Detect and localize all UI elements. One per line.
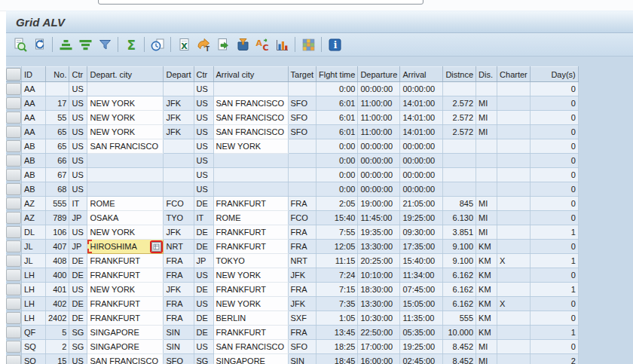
grid-cell-departure[interactable]: 11:45:00 [358,211,400,225]
grid-cell-target[interactable] [288,168,316,182]
grid-cell-arr_city[interactable]: SINGAPORE [213,354,288,364]
grid-cell-dep_city[interactable]: ROME [87,197,164,211]
column-header-distnce[interactable]: Distnce [443,67,476,82]
grid-cell-arr_city[interactable]: SAN FRANCISCO [213,96,288,111]
grid-cell-departure[interactable]: 00:00:00 [358,182,400,197]
grid-cell-ctr2[interactable]: SG [194,354,213,364]
grid-cell-dis[interactable]: MI [476,197,497,211]
grid-cell-flght_time[interactable]: 13:45 [316,326,358,340]
sort-ascending-button[interactable] [56,35,75,54]
grid-cell-days[interactable]: 0 [530,125,578,139]
grid-cell-ctr2[interactable]: US [194,168,213,182]
row-selector[interactable] [6,354,22,364]
grid-cell-depart[interactable] [164,82,194,96]
grid-cell-flght_time[interactable]: 18:25 [316,340,358,354]
grid-cell-arr_city[interactable]: FRANKFURT [213,326,288,340]
grid-cell-flght_time[interactable]: 0:00 [316,182,358,197]
grid-cell-depart[interactable]: JFK [164,283,194,297]
grid-cell-distnce[interactable] [443,168,476,182]
refresh-button[interactable] [29,35,49,54]
grid-cell-arrival[interactable]: 02:45:00 [400,354,443,364]
grid-cell-charter[interactable] [497,182,531,197]
grid-cell-no[interactable]: 407 [46,240,69,254]
grid-cell-days[interactable]: 1 [530,254,578,268]
grid-cell-dis[interactable]: MI [476,225,497,240]
grid-cell-charter[interactable] [497,225,531,240]
grid-cell-flght_time[interactable]: 0:00 [316,154,358,168]
row-selector[interactable] [6,240,22,254]
grid-cell-departure[interactable]: 00:00:00 [358,168,400,182]
grid-cell-departure[interactable]: 00:00:00 [358,139,400,154]
grid-cell-target[interactable]: JFK [288,268,316,283]
column-header-ctr[interactable]: Ctr [69,67,87,82]
grid-cell-no[interactable]: 65 [46,139,69,154]
grid-cell-ctr2[interactable]: DE [194,197,213,211]
grid-cell-dis[interactable]: KM [476,326,497,340]
grid-cell-days[interactable]: 0 [530,111,578,125]
grid-cell-charter[interactable] [497,96,531,111]
grid-cell-distnce[interactable]: 2.572 [443,111,476,125]
grid-cell-distnce[interactable]: 6.130 [443,211,476,225]
grid-cell-charter[interactable] [497,125,531,139]
row-selector[interactable] [6,82,22,96]
grid-cell-dis[interactable]: MI [476,111,497,125]
grid-cell-departure[interactable]: 10:30:00 [358,311,400,326]
grid-cell-ctr[interactable]: US [69,111,87,125]
grid-cell-ctr2[interactable]: US [194,82,213,96]
row-selector[interactable] [6,125,22,139]
row-selector[interactable] [6,283,22,297]
grid-cell-no[interactable]: 402 [46,297,69,311]
grid-cell-days[interactable]: 0 [530,197,578,211]
grid-cell-departure[interactable]: 17:00:00 [358,340,400,354]
grid-cell-ctr2[interactable]: DE [194,311,213,326]
column-header-departure[interactable]: Departure [358,67,400,82]
grid-cell-ctr[interactable]: US [69,168,87,182]
column-header-target[interactable]: Target [288,67,316,82]
grid-cell-departure[interactable]: 18:30:00 [358,283,400,297]
grid-cell-id[interactable]: AB [22,139,46,154]
grid-cell-ctr[interactable]: US [69,182,87,197]
grid-cell-departure[interactable]: 13:30:00 [358,297,400,311]
grid-cell-ctr2[interactable]: US [194,111,213,125]
grid-cell-charter[interactable] [497,326,531,340]
grid-cell-no[interactable]: 17 [46,96,69,111]
grid-cell-ctr[interactable]: IT [69,197,87,211]
grid-cell-dep_city[interactable]: SAN FRANCISCO [87,354,164,364]
grid-cell-id[interactable]: LH [22,311,46,326]
grid-cell-ctr[interactable]: US [69,96,87,111]
row-selector[interactable] [6,111,22,125]
grid-cell-distnce[interactable]: 6.162 [443,268,476,283]
grid-cell-charter[interactable] [497,154,531,168]
clock-document-button[interactable] [148,35,167,54]
grid-cell-distnce[interactable]: 2.572 [443,125,476,139]
grid-cell-distnce[interactable]: 555 [443,311,476,326]
grid-cell-arr_city[interactable] [213,154,288,168]
grid-cell-ctr[interactable]: JP [69,211,87,225]
grid-cell-dep_city[interactable]: SINGAPORE [87,326,164,340]
local-file-button[interactable] [213,35,233,54]
grid-cell-departure[interactable]: 10:10:00 [358,268,400,283]
grid-cell-ctr2[interactable]: US [194,154,213,168]
edit-cell-dep_city[interactable]: HIROSHIMA [87,240,164,254]
grid-cell-no[interactable]: 65 [46,125,69,139]
grid-cell-charter[interactable]: X [497,254,531,268]
row-selector[interactable] [6,182,22,197]
grid-cell-id[interactable]: QF [22,326,46,340]
grid-cell-depart[interactable]: SIN [164,326,194,340]
grid-cell-ctr[interactable]: DE [69,268,87,283]
grid-cell-flght_time[interactable]: 15:40 [316,211,358,225]
grid-cell-dis[interactable]: MI [476,340,497,354]
grid-cell-no[interactable]: 5 [46,326,69,340]
grid-cell-arr_city[interactable]: SAN FRANCISCO [213,340,288,354]
grid-cell-dep_city[interactable]: FRANKFURT [87,311,164,326]
grid-cell-distnce[interactable]: 8.452 [443,354,476,364]
grid-cell-id[interactable]: SQ [22,354,46,364]
grid-cell-dis[interactable]: MI [476,354,497,364]
grid-cell-days[interactable]: 0 [530,240,578,254]
grid-cell-target[interactable]: JFK [288,297,316,311]
grid-cell-arr_city[interactable]: BERLIN [213,311,288,326]
grid-cell-arrival[interactable]: 07:45:00 [400,283,443,297]
column-header-ctr2[interactable]: Ctr [194,67,213,82]
grid-cell-ctr2[interactable]: US [194,125,213,139]
grid-cell-dep_city[interactable]: NEW YORK [87,225,164,240]
